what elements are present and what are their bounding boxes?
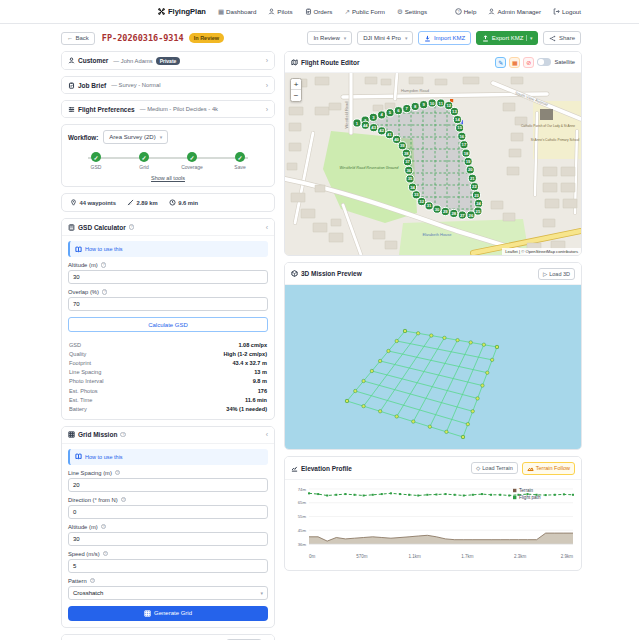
load-3d-button[interactable]: ▷Load 3D	[538, 268, 575, 280]
logout-link[interactable]: Logout	[553, 8, 581, 15]
3d-waypoint-dot	[387, 349, 390, 352]
workflow-step[interactable]: ✓Grid	[124, 152, 164, 170]
zoom-in-button[interactable]: +	[291, 79, 301, 90]
drone-select[interactable]: DJI Mini 4 Pro▾	[357, 31, 413, 45]
pattern-select[interactable]: Crosshatch▾	[68, 586, 268, 600]
panel-title: Grid Mission	[78, 431, 117, 438]
nav-settings[interactable]: ⚙ Settings	[397, 8, 427, 16]
draw-route-button[interactable]: ✎	[495, 57, 506, 68]
collapse-chevron-icon[interactable]: ‹	[266, 431, 268, 438]
how-to-use-banner[interactable]: How to use this	[68, 449, 268, 465]
waypoint-number: 42	[379, 128, 384, 133]
orders-icon	[305, 8, 312, 15]
zoom-out-button[interactable]: −	[291, 90, 301, 101]
waypoint-number: 21	[470, 176, 475, 181]
calculate-gsd-button[interactable]: Calculate GSD	[68, 317, 268, 332]
cube-icon	[291, 270, 298, 277]
import-kmz-button[interactable]: Import KMZ	[418, 31, 471, 45]
export-kmz-button[interactable]: Export KMZ ▾	[476, 31, 538, 45]
map-attribution[interactable]: Leaflet | © OpenStreetMap contributors	[502, 248, 581, 255]
workflow-step[interactable]: ✓GSD	[76, 152, 116, 170]
x-tick-label: 1.1km	[408, 554, 421, 559]
info-icon[interactable]: ?	[103, 551, 109, 557]
satellite-toggle[interactable]	[537, 58, 551, 66]
generate-grid-button[interactable]: Generate Grid	[68, 606, 268, 621]
3d-waypoint-dot	[430, 334, 433, 337]
clear-route-button[interactable]: ⊘	[523, 57, 534, 68]
expand-chevron-icon[interactable]: ›	[266, 82, 268, 89]
legend-label: Flight path	[519, 495, 541, 500]
workflow-select[interactable]: Area Survey (2D)▾	[103, 130, 168, 144]
flight-preferences-panel[interactable]: Flight Preferences — Medium - Pilot Deci…	[61, 100, 275, 118]
flight-preferences-summary: — Medium - Pilot Decides - 4k	[140, 106, 218, 112]
map-zoom-control: + −	[290, 78, 302, 102]
status-select[interactable]: In Review▾	[307, 31, 352, 45]
load-terrain-button[interactable]: ◇Load Terrain	[471, 462, 518, 474]
gsd-result-row: Est. Photos176	[62, 386, 274, 395]
info-icon[interactable]: ?	[120, 432, 126, 438]
nav-pilots[interactable]: Pilots	[268, 8, 292, 15]
collapse-chevron-icon[interactable]: ‹	[266, 224, 268, 231]
export-icon	[482, 35, 489, 42]
back-button[interactable]: ← Back	[61, 32, 95, 45]
field-input[interactable]: 20	[68, 478, 268, 492]
workflow-step[interactable]: ✓Coverage	[172, 152, 212, 170]
school-label: St Anne's Catholic Primary School	[531, 138, 580, 142]
gsd-result-row: GSD1.08 cm/px	[62, 340, 274, 349]
info-icon[interactable]: ?	[101, 262, 107, 268]
expand-chevron-icon[interactable]: ›	[266, 106, 268, 113]
map-canvas[interactable]: + −	[285, 73, 581, 255]
info-icon[interactable]: ?	[121, 497, 127, 503]
check-icon: ✓	[139, 152, 149, 162]
nav-public-form[interactable]: ↗ Public Form	[344, 8, 384, 16]
field-input[interactable]: 0	[68, 505, 268, 519]
import-icon	[424, 35, 431, 42]
panel-title: 3D Mission Preview	[301, 270, 362, 277]
check-icon: ✓	[187, 152, 197, 162]
field-input[interactable]: 5	[68, 559, 268, 573]
show-all-tools-link[interactable]: Show all tools	[62, 172, 274, 186]
terrain-follow-button[interactable]: Terrain Follow	[522, 462, 575, 475]
info-icon[interactable]: ?	[115, 470, 121, 476]
overlap-input[interactable]: 70	[68, 297, 268, 311]
waypoint-number: 25	[476, 209, 481, 214]
step-label: Grid	[139, 164, 148, 170]
admin-menu[interactable]: Admin Manager	[488, 8, 541, 15]
grid-mission-panel: Grid Mission ? ‹ How to use this Line Sp…	[61, 426, 275, 628]
waypoint-number: 44	[363, 123, 368, 128]
nav-dashboard[interactable]: ▦ Dashboard	[218, 8, 256, 16]
job-brief-panel[interactable]: Job Brief — Survey - Normal ›	[61, 76, 275, 94]
external-link-icon: ↗	[344, 8, 349, 16]
x-tick-label: 570m	[356, 554, 368, 559]
pilots-icon	[268, 8, 275, 15]
back-arrow-icon: ←	[67, 35, 73, 41]
check-icon: ✓	[235, 152, 245, 162]
help-link[interactable]: ? Help	[455, 8, 477, 15]
workflow-step[interactable]: ✓Save	[220, 152, 260, 170]
altitude-input[interactable]: 30	[68, 270, 268, 284]
road-label: Westfield Road	[344, 101, 349, 128]
export-menu-caret[interactable]: ▾	[526, 35, 533, 41]
play-icon: ▷	[543, 271, 547, 277]
sliders-icon	[68, 106, 75, 113]
waypoint-number: 16	[459, 134, 464, 139]
grid-icon	[68, 431, 75, 438]
customer-panel[interactable]: Customer — John Adams Private ›	[61, 51, 275, 70]
gsd-result-row: QualityHigh (1-2 cm/px)	[62, 349, 274, 358]
3d-waypoint-dot	[403, 329, 406, 332]
how-to-use-banner[interactable]: How to use this	[68, 241, 268, 257]
info-icon[interactable]: ?	[90, 578, 96, 584]
3d-canvas[interactable]	[285, 285, 581, 449]
info-icon[interactable]: ?	[129, 224, 135, 230]
grid-markers-button[interactable]: ▦	[509, 57, 520, 68]
gsd-calculator-panel: GSD Calculator ? ‹ How to use this Altit…	[61, 218, 275, 420]
share-button[interactable]: Share	[543, 31, 581, 45]
expand-chevron-icon[interactable]: ›	[266, 57, 268, 64]
3d-waypoint-dot	[495, 345, 498, 348]
church-building	[540, 109, 553, 120]
nav-orders[interactable]: Orders	[305, 8, 333, 15]
field-input[interactable]: 30	[68, 532, 268, 546]
info-icon[interactable]: ?	[102, 289, 108, 295]
waypoint-number: 40	[394, 137, 399, 142]
info-icon[interactable]: ?	[101, 524, 107, 530]
